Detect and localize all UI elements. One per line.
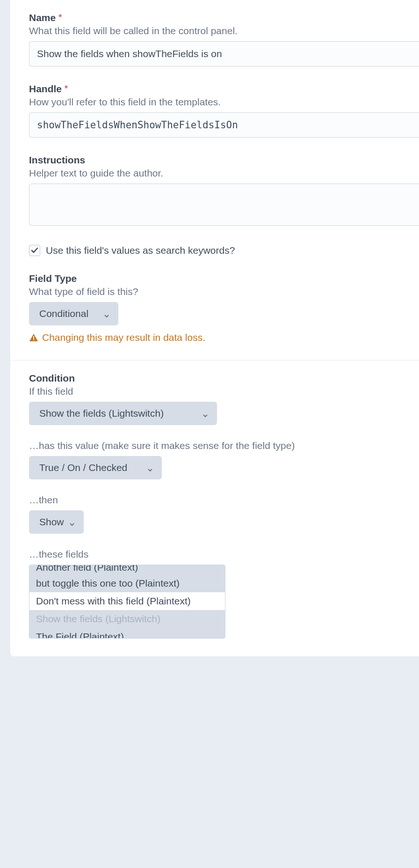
condition-if-select[interactable]: Show the fields (Lightswitch) — [29, 402, 217, 425]
instructions-field-group: Instructions Helper text to guide the au… — [29, 154, 419, 228]
instructions-input[interactable] — [29, 184, 419, 226]
svg-rect-0 — [33, 336, 34, 339]
has-value-value: True / On / Checked — [39, 462, 127, 473]
these-fields-listbox[interactable]: Another field (Plaintext) but toggle thi… — [29, 565, 225, 639]
instructions-hint: Helper text to guide the author. — [29, 168, 419, 179]
handle-hint: How you'll refer to this field in the te… — [29, 96, 419, 108]
list-item[interactable]: The Field (Plaintext) — [29, 628, 225, 638]
then-value: Show — [39, 516, 64, 528]
field-type-group: Field Type What type of field is this? C… — [29, 273, 419, 343]
condition-if-label: If this field — [29, 386, 419, 397]
list-item[interactable]: but toggle this one too (Plaintext) — [29, 574, 225, 592]
list-item[interactable]: Don't mess with this field (Plaintext) — [29, 592, 225, 610]
field-type-value: Conditional — [39, 308, 88, 319]
field-type-label: Field Type — [29, 273, 419, 284]
name-input[interactable] — [29, 41, 419, 66]
condition-if-value: Show the fields (Lightswitch) — [39, 408, 164, 419]
field-settings-panel: Name* What this field will be called in … — [10, 0, 419, 656]
required-asterisk: * — [65, 84, 68, 93]
then-select[interactable]: Show — [29, 510, 84, 534]
handle-label: Handle* — [29, 83, 419, 95]
field-type-warning: Changing this may result in data loss. — [29, 332, 419, 343]
search-keywords-label: Use this field's values as search keywor… — [46, 245, 235, 256]
list-item[interactable]: Show the fields (Lightswitch) — [29, 610, 225, 628]
then-label: …then — [29, 494, 419, 506]
warning-text: Changing this may result in data loss. — [42, 332, 205, 343]
then-group: …then Show — [29, 494, 419, 534]
these-fields-label: …these fields — [29, 549, 419, 560]
name-label: Name* — [29, 12, 419, 23]
handle-input[interactable] — [29, 112, 419, 138]
condition-label: Condition — [29, 373, 419, 384]
name-field-group: Name* What this field will be called in … — [29, 12, 419, 66]
these-fields-group: …these fields Another field (Plaintext) … — [29, 549, 419, 639]
has-value-group: …has this value (make sure it makes sens… — [29, 440, 419, 479]
has-value-select[interactable]: True / On / Checked — [29, 456, 162, 479]
field-type-select[interactable]: Conditional — [29, 302, 118, 325]
list-item[interactable]: Another field (Plaintext) — [29, 565, 225, 574]
search-keywords-checkbox[interactable] — [29, 245, 40, 256]
condition-group: Condition If this field Show the fields … — [29, 373, 419, 425]
field-type-hint: What type of field is this? — [29, 286, 419, 297]
handle-field-group: Handle* How you'll refer to this field i… — [29, 83, 419, 138]
svg-rect-1 — [33, 339, 34, 340]
search-keywords-row: Use this field's values as search keywor… — [29, 245, 419, 256]
required-asterisk: * — [58, 13, 62, 22]
instructions-label: Instructions — [29, 154, 419, 166]
has-value-label: …has this value (make sure it makes sens… — [29, 440, 419, 451]
chevron-down-icon — [147, 464, 153, 471]
chevron-down-icon — [69, 519, 75, 525]
chevron-down-icon — [202, 410, 209, 417]
name-hint: What this field will be called in the co… — [29, 25, 419, 37]
warning-icon — [29, 333, 38, 342]
check-icon — [31, 247, 38, 254]
footer-gap — [0, 656, 419, 670]
chevron-down-icon — [103, 310, 110, 317]
